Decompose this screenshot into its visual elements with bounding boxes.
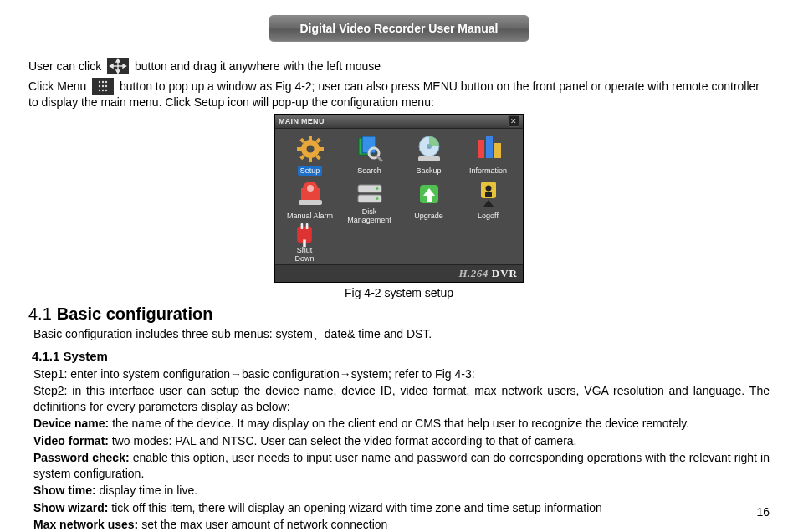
svg-rect-20 — [297, 147, 302, 151]
text: Click Menu — [28, 79, 90, 93]
alarm-icon — [294, 179, 326, 209]
page: Digital Video Recorder User Manual User … — [0, 0, 798, 532]
step-2: Step2: in this interface user can setup … — [33, 383, 770, 414]
svg-point-9 — [102, 81, 104, 83]
menu-item-setup[interactable]: Setup — [282, 134, 339, 176]
subsection-number: 4.1.1 — [32, 349, 59, 363]
menu-label: Backup — [413, 166, 443, 176]
info-icon — [473, 134, 504, 164]
upgrade-icon — [413, 179, 445, 209]
section-heading: 4.1Basic configuration — [28, 304, 770, 324]
header-title: Digital Video Recorder User Manual — [269, 15, 529, 42]
subsection-title: System — [64, 349, 108, 363]
body-block: Step1: enter into system configuration→b… — [33, 366, 770, 532]
svg-point-15 — [102, 90, 104, 91]
menu-label: Logoff — [475, 211, 501, 221]
svg-rect-40 — [299, 200, 322, 205]
backup-icon — [413, 134, 445, 164]
text: User can click — [28, 59, 105, 73]
menu-row-1: Setup Search — [280, 134, 518, 176]
main-menu-dialog: MAIN MENU ✕ Setup — [274, 114, 524, 283]
svg-point-16 — [105, 90, 107, 91]
svg-rect-33 — [418, 156, 440, 161]
menu-label: Search — [355, 166, 384, 176]
svg-rect-53 — [306, 223, 309, 229]
menu-label: Upgrade — [412, 211, 446, 221]
brand: H.264 DVR — [458, 267, 518, 280]
text: button to pop up a window as Fig 4-2; us… — [28, 79, 760, 109]
menu-label: Information — [467, 166, 509, 176]
svg-point-26 — [306, 145, 314, 152]
power-icon — [292, 224, 317, 248]
svg-point-48 — [485, 185, 491, 191]
def-show-wizard: Show wizard: tick off this item, there w… — [33, 500, 770, 515]
menu-label: Disk Management — [341, 211, 398, 221]
menu-item-upgrade[interactable]: Upgrade — [401, 179, 458, 221]
svg-point-11 — [99, 85, 100, 87]
logoff-icon — [473, 179, 504, 209]
def-show-time: Show time: display time in live. — [33, 483, 770, 498]
figure: MAIN MENU ✕ Setup — [28, 114, 770, 299]
svg-rect-49 — [485, 192, 492, 197]
def-device-name: Device name: the name of the device. It … — [33, 416, 770, 431]
svg-rect-19 — [309, 157, 312, 162]
gear-icon — [294, 134, 326, 164]
menu-item-disk-management[interactable]: Disk Management — [341, 179, 398, 221]
def-password-check: Password check: enable this option, user… — [33, 450, 770, 481]
menu-icon — [92, 78, 114, 95]
menu-row-3: Shut Down — [280, 224, 518, 259]
svg-point-14 — [99, 90, 100, 91]
def-video-format: Video format: two modes: PAL and NTSC. U… — [33, 433, 770, 448]
dialog-title: MAIN MENU — [279, 117, 325, 125]
text: button and drag it anywhere with the lef… — [135, 59, 381, 73]
header-rule — [28, 49, 770, 49]
step-1: Step1: enter into system configuration→b… — [33, 366, 770, 381]
svg-point-44 — [376, 197, 378, 200]
svg-rect-21 — [319, 147, 324, 151]
dialog-body: Setup Search — [275, 129, 523, 264]
section-title: Basic configuration — [57, 304, 213, 323]
dialog-footer: H.264 DVR — [275, 264, 523, 282]
page-number: 16 — [756, 505, 770, 519]
svg-rect-52 — [301, 223, 304, 229]
section-intro: Basic configuration includes three sub m… — [33, 327, 770, 342]
drag-icon — [107, 58, 129, 74]
section-number: 4.1 — [28, 304, 52, 323]
menu-label: Manual Alarm — [284, 211, 335, 221]
brand-h264: H.264 — [458, 267, 488, 280]
search-icon — [354, 134, 386, 164]
svg-point-39 — [307, 185, 314, 192]
disk-icon — [354, 179, 386, 209]
menu-item-logoff[interactable]: Logoff — [460, 179, 517, 221]
svg-rect-18 — [309, 136, 312, 141]
svg-point-10 — [105, 81, 107, 83]
svg-point-43 — [376, 187, 378, 190]
def-max-network: Max network uses: set the max user amoun… — [33, 517, 770, 532]
svg-point-13 — [105, 85, 107, 87]
menu-item-shut-down[interactable]: Shut Down — [284, 224, 325, 259]
close-icon[interactable]: ✕ — [508, 115, 519, 127]
figure-caption: Fig 4-2 system setup — [28, 286, 770, 299]
svg-point-8 — [99, 81, 100, 83]
svg-line-30 — [377, 156, 382, 161]
intro-line-2: Click Menu button to pop up a window as … — [28, 78, 770, 110]
menu-item-information[interactable]: Information — [460, 134, 517, 176]
svg-rect-34 — [478, 140, 484, 158]
svg-point-12 — [102, 85, 104, 87]
menu-label: Setup — [298, 166, 323, 176]
menu-item-search[interactable]: Search — [341, 134, 398, 176]
menu-item-backup[interactable]: Backup — [401, 134, 458, 176]
dialog-titlebar: MAIN MENU ✕ — [275, 115, 523, 129]
menu-item-manual-alarm[interactable]: Manual Alarm — [282, 179, 339, 221]
intro-line-1: User can click button and drag it anywhe… — [28, 58, 770, 74]
svg-marker-50 — [483, 200, 494, 207]
menu-row-2: Manual Alarm Disk Management — [280, 179, 518, 221]
svg-rect-36 — [494, 143, 501, 158]
brand-dvr: DVR — [492, 267, 518, 280]
menu-label: Shut Down — [284, 249, 325, 259]
subsection-heading: 4.1.1 System — [32, 349, 770, 363]
svg-rect-35 — [486, 136, 493, 158]
